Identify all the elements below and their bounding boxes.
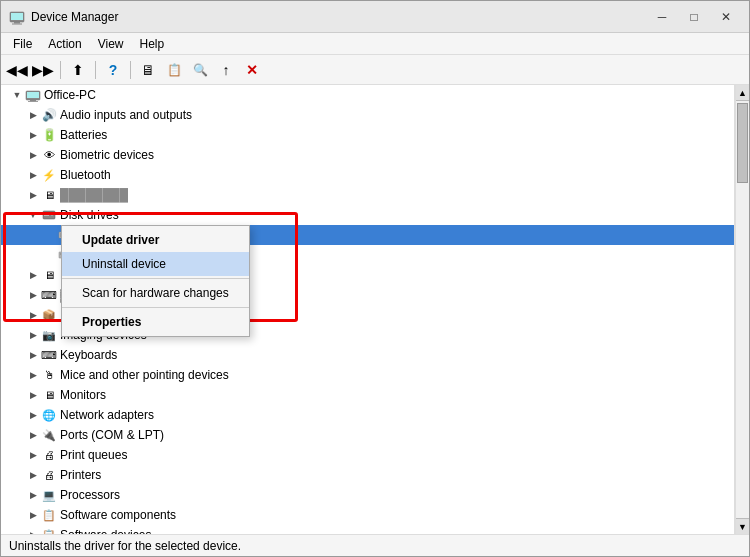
biometric-label: Biometric devices [60, 148, 154, 162]
menu-action[interactable]: Action [40, 35, 89, 53]
audio-expand-icon: ▶ [25, 107, 41, 123]
close-button[interactable]: ✕ [711, 5, 741, 29]
window-icon [9, 9, 25, 25]
context-menu: Update driver Uninstall device Scan for … [61, 225, 250, 337]
menu-help[interactable]: Help [132, 35, 173, 53]
tree-item-computer[interactable]: ▶ 🖥 ████████ [1, 185, 734, 205]
mice-expand-icon: ▶ [25, 367, 41, 383]
bluetooth-expand-icon: ▶ [25, 167, 41, 183]
toolbar-separator-1 [60, 61, 61, 79]
toolbar-separator-3 [130, 61, 131, 79]
toolbar-forward-button[interactable]: ▶ [31, 58, 55, 82]
ssd2-expand-icon [41, 247, 57, 263]
softwarecomp-icon: 📋 [41, 507, 57, 523]
window-title: Device Manager [31, 10, 647, 24]
window-controls: ─ □ ✕ [647, 5, 741, 29]
diskdrives-icon [41, 207, 57, 223]
network-expand-icon: ▶ [25, 407, 41, 423]
computer-expand-icon: ▶ [25, 187, 41, 203]
toolbar: ◀ ▶ ⬆ ? 🖥 📋 🔍 ↑ ✕ [1, 55, 749, 85]
context-menu-uninstall[interactable]: Uninstall device [62, 252, 249, 276]
toolbar-driver-button[interactable]: ↑ [214, 58, 238, 82]
menu-bar: File Action View Help [1, 33, 749, 55]
maximize-button[interactable]: □ [679, 5, 709, 29]
tree-item-processors[interactable]: ▶ 💻 Processors [1, 485, 734, 505]
svg-rect-10 [44, 213, 50, 214]
tree-item-mice[interactable]: ▶ 🖱 Mice and other pointing devices [1, 365, 734, 385]
printqueues-icon: 🖨 [41, 447, 57, 463]
root-expand-icon: ▼ [9, 87, 25, 103]
toolbar-help-button[interactable]: ? [101, 58, 125, 82]
softwaredev-label: Software devices [60, 528, 151, 534]
scroll-thumb[interactable] [737, 103, 748, 183]
svg-rect-11 [44, 215, 49, 216]
minimize-button[interactable]: ─ [647, 5, 677, 29]
tree-item-printqueues[interactable]: ▶ 🖨 Print queues [1, 445, 734, 465]
network-icon: 🌐 [41, 407, 57, 423]
batteries-label: Batteries [60, 128, 107, 142]
svg-rect-2 [14, 22, 20, 24]
toolbar-remove-button[interactable]: ✕ [240, 58, 264, 82]
toolbar-up-button[interactable]: ⬆ [66, 58, 90, 82]
monitors-label: Monitors [60, 388, 106, 402]
softwarecomp-label: Software components [60, 508, 176, 522]
softwarecomp-expand-icon: ▶ [25, 507, 41, 523]
tree-item-monitors[interactable]: ▶ 🖥 Monitors [1, 385, 734, 405]
tree-item-ports[interactable]: ▶ 🔌 Ports (COM & LPT) [1, 425, 734, 445]
menu-view[interactable]: View [90, 35, 132, 53]
tree-item-softwaredev[interactable]: ▶ 📋 Software devices [1, 525, 734, 534]
root-label: Office-PC [44, 88, 96, 102]
context-menu-sep2 [62, 307, 249, 308]
printqueues-label: Print queues [60, 448, 127, 462]
context-menu-sep1 [62, 278, 249, 279]
tree-item-audio[interactable]: ▶ Audio inputs and outputs [1, 105, 734, 125]
status-bar: Uninstalls the driver for the selected d… [1, 534, 749, 556]
device-tree[interactable]: ▼ Office-PC ▶ Audio inputs and outputs [1, 85, 735, 534]
printers-icon: 🖨 [41, 467, 57, 483]
toolbar-props-button[interactable]: 📋 [162, 58, 186, 82]
bluetooth-label: Bluetooth [60, 168, 111, 182]
processors-expand-icon: ▶ [25, 487, 41, 503]
device-manager-window: Device Manager ─ □ ✕ File Action View He… [0, 0, 750, 557]
root-icon [25, 87, 41, 103]
svg-rect-1 [11, 13, 23, 20]
tree-root[interactable]: ▼ Office-PC [1, 85, 734, 105]
softwaredev-icon: 📋 [41, 527, 57, 534]
display-icon: 🖥 [41, 267, 57, 283]
status-text: Uninstalls the driver for the selected d… [9, 539, 241, 553]
tree-item-bluetooth[interactable]: ▶ ⚡ Bluetooth [1, 165, 734, 185]
printqueues-expand-icon: ▶ [25, 447, 41, 463]
batteries-icon [41, 127, 57, 143]
main-area: ▼ Office-PC ▶ Audio inputs and outputs [1, 85, 749, 534]
toolbar-computer-button[interactable]: 🖥 [136, 58, 160, 82]
tree-item-keyboards[interactable]: ▶ ⌨ Keyboards [1, 345, 734, 365]
menu-file[interactable]: File [5, 35, 40, 53]
computer-icon: 🖥 [41, 187, 57, 203]
batteries-expand-icon: ▶ [25, 127, 41, 143]
monitors-expand-icon: ▶ [25, 387, 41, 403]
hid-expand-icon: ▶ [25, 287, 41, 303]
imaging-expand-icon: ▶ [25, 327, 41, 343]
tree-item-diskdrives[interactable]: ▼ Disk drives [1, 205, 734, 225]
context-menu-update[interactable]: Update driver [62, 228, 249, 252]
scroll-up-button[interactable]: ▲ [736, 85, 749, 101]
toolbar-separator-2 [95, 61, 96, 79]
bluetooth-icon: ⚡ [41, 167, 57, 183]
tree-item-network[interactable]: ▶ 🌐 Network adapters [1, 405, 734, 425]
keyboards-icon: ⌨ [41, 347, 57, 363]
scroll-down-button[interactable]: ▼ [736, 518, 749, 534]
svg-rect-7 [28, 101, 38, 102]
diskdrives-expand-icon: ▼ [25, 207, 41, 223]
audio-label: Audio inputs and outputs [60, 108, 192, 122]
tree-item-printers[interactable]: ▶ 🖨 Printers [1, 465, 734, 485]
tree-item-softwarecomp[interactable]: ▶ 📋 Software components [1, 505, 734, 525]
tree-item-biometric[interactable]: ▶ 👁 Biometric devices [1, 145, 734, 165]
keyboards-expand-icon: ▶ [25, 347, 41, 363]
toolbar-scan-button[interactable]: 🔍 [188, 58, 212, 82]
context-menu-scan[interactable]: Scan for hardware changes [62, 281, 249, 305]
scrollbar[interactable]: ▲ ▼ [735, 85, 749, 534]
ide-icon: 📦 [41, 307, 57, 323]
toolbar-back-button[interactable]: ◀ [5, 58, 29, 82]
context-menu-properties[interactable]: Properties [62, 310, 249, 334]
tree-item-batteries[interactable]: ▶ Batteries [1, 125, 734, 145]
